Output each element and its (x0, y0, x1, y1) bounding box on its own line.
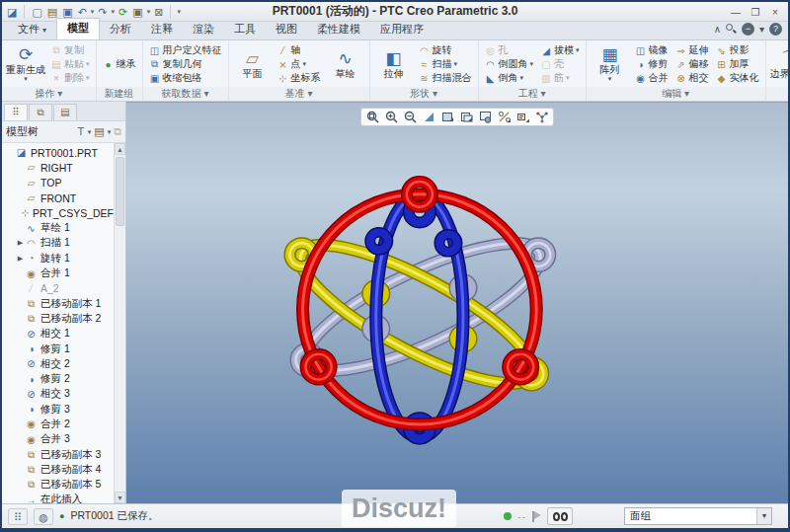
find-binoculars-icon[interactable] (547, 507, 573, 525)
swept-blend-button[interactable]: ≋扫描混合 (417, 71, 474, 85)
revolve-button[interactable]: ◠旋转 (417, 43, 474, 57)
point-button[interactable]: ⨯点▾ (276, 57, 323, 71)
intersect-button[interactable]: ⊗相交 (673, 71, 711, 85)
customize-qat-icon[interactable]: ▾ (177, 8, 181, 16)
tree-item-top-plane[interactable]: ▱TOP (6, 176, 114, 190)
tab-file[interactable]: 文件 ▾ (8, 20, 56, 39)
refit-icon[interactable] (364, 110, 381, 124)
web-browser-icon[interactable]: ◍ (34, 508, 53, 525)
tab-flexible-modeling[interactable]: 柔性建模 (307, 20, 370, 39)
tree-item-moved-copy-3[interactable]: ⧉已移动副本 3 (6, 447, 114, 462)
close-window-icon[interactable]: ⊠ (153, 5, 164, 19)
display-style-icon[interactable] (439, 110, 456, 124)
merge-button[interactable]: ◉合并 (633, 71, 671, 85)
repaint-icon[interactable] (421, 110, 437, 124)
tree-item-merge-2[interactable]: ◉合并 2 (6, 417, 114, 431)
collapse-ribbon-icon[interactable]: ∧ (714, 24, 721, 35)
command-locator-icon[interactable]: − (742, 23, 754, 36)
maximize-button[interactable]: ❐ (747, 5, 764, 19)
redo-dropdown-icon[interactable]: ▾ (112, 8, 116, 16)
tree-item-sweep-1[interactable]: ▶◠扫描 1 (6, 236, 114, 251)
tree-item-trim-2[interactable]: ◑修剪 2 (6, 371, 114, 386)
undo-dropdown-icon[interactable]: ▾ (91, 8, 95, 16)
group-label-shapes[interactable]: 形状 ▾ (370, 87, 478, 101)
tab-model[interactable]: 模型 (56, 18, 100, 39)
chamfer-button[interactable]: ◣倒角▾ (483, 71, 536, 85)
delete-button[interactable]: ×删除▾ (48, 71, 92, 85)
minimize-button[interactable]: — (727, 5, 745, 19)
regenerate-button[interactable]: ⟳ 重新生成 ▾ (6, 42, 45, 86)
thicken-button[interactable]: ⊞加厚 (714, 57, 761, 71)
round-button[interactable]: ◠倒圆角▾ (483, 57, 536, 71)
filter-dropdown-icon[interactable]: ▼ (756, 508, 771, 524)
tree-item-insert-here[interactable]: →在此插入 (6, 493, 114, 503)
selection-filter-dropdown[interactable]: 面组 ▼ (624, 507, 772, 525)
scrollbar-thumb[interactable] (116, 157, 124, 226)
group-label-engineering[interactable]: 工程 ▾ (479, 87, 586, 101)
tree-item-merge-3[interactable]: ◉合并 3 (6, 432, 114, 447)
graphics-viewport[interactable] (126, 102, 788, 503)
toggle-navigator-icon[interactable]: ⠿ (8, 508, 28, 525)
expand-caret-icon[interactable]: ▶ (16, 255, 25, 263)
group-label-datum[interactable]: 基准 ▾ (229, 87, 369, 101)
shell-button[interactable]: ▢壳 (538, 57, 582, 71)
pattern-button[interactable]: ▦ 阵列 ▾ (591, 42, 630, 86)
copy-button[interactable]: ⧉复制 (48, 43, 92, 57)
sweep-button[interactable]: ≈扫描▾ (417, 57, 474, 71)
open-file-icon[interactable]: ▤ (46, 5, 58, 19)
draft-button[interactable]: ◢拔模▾ (538, 43, 582, 57)
plane-button[interactable]: ▱ 平面 (233, 42, 273, 86)
tab-render[interactable]: 渲染 (183, 20, 224, 39)
udf-button[interactable]: ◫用户定义特征 (147, 43, 224, 57)
extrude-button[interactable]: ◧ 拉伸 (374, 42, 414, 86)
shrinkwrap-button[interactable]: ▣收缩包络 (147, 71, 224, 85)
group-label-editing[interactable]: 编辑 ▾ (587, 87, 765, 101)
tree-columns-dropdown-icon[interactable]: ▾ (108, 128, 112, 136)
tree-item-csys[interactable]: ⊹PRT_CSYS_DEF (6, 205, 114, 220)
annotation-display-icon[interactable] (514, 110, 531, 124)
axis-button[interactable]: ⁄轴 (276, 43, 323, 57)
trim-button[interactable]: ◑修剪 (633, 57, 671, 71)
windows-dropdown-icon[interactable]: ▾ (147, 8, 151, 16)
tree-item-intersect-2[interactable]: ⊘相交 2 (6, 356, 114, 371)
tab-analysis[interactable]: 分析 (100, 20, 141, 39)
undo-icon[interactable]: ↶ (77, 5, 88, 19)
mirror-button[interactable]: ◫镜像 (633, 43, 671, 57)
group-label-new-group[interactable]: 新建组 (97, 87, 142, 101)
locator-dropdown-icon[interactable]: ▾ (759, 24, 764, 35)
tab-view[interactable]: 视图 (266, 20, 307, 39)
tree-scrollbar[interactable]: ▲ ▼ (114, 143, 125, 503)
scroll-down-icon[interactable]: ▼ (115, 492, 125, 503)
rib-button[interactable]: ▥筋▾ (538, 71, 582, 85)
view-manager-icon[interactable] (477, 110, 494, 124)
project-button[interactable]: ⇘投影 (714, 43, 761, 57)
group-label-operations[interactable]: 操作 ▾ (2, 87, 96, 101)
group-label-get-data[interactable]: 获取数据 ▾ (143, 87, 228, 101)
paste-button[interactable]: ▤粘贴▾ (48, 57, 92, 71)
tree-item-revolve-1[interactable]: ▶◔旋转 1 (6, 251, 114, 266)
new-file-icon[interactable]: ▢ (31, 5, 42, 19)
offset-button[interactable]: ⇗偏移 (673, 57, 711, 71)
windows-icon[interactable]: ▣ (131, 5, 143, 19)
zoom-out-icon[interactable] (402, 110, 419, 124)
favorites-tab[interactable]: ▤ (53, 104, 77, 120)
3d-model-interlocked-rings[interactable] (126, 103, 788, 503)
tree-item-intersect-1[interactable]: ⊘相交 1 (6, 327, 114, 342)
csys-button[interactable]: ⊹坐标系 (276, 71, 323, 85)
folder-browser-tab[interactable]: ⧉ (29, 104, 52, 120)
inherit-button[interactable]: ●继承 (101, 57, 138, 71)
tree-item-right-plane[interactable]: ▱RIGHT (6, 160, 114, 175)
tree-item-moved-copy-1[interactable]: ⧉已移动副本 1 (6, 296, 114, 311)
saved-orientations-icon[interactable] (458, 110, 475, 124)
tree-item-part[interactable]: ◪PRT0001.PRT (6, 145, 114, 160)
tab-annotate[interactable]: 注释 (141, 20, 183, 39)
flag-icon[interactable] (532, 511, 541, 522)
datum-display-filters-icon[interactable] (496, 110, 513, 124)
hole-button[interactable]: ◎孔 (483, 43, 536, 57)
boundary-blend-button[interactable]: ⌒ 边界混合 (770, 42, 790, 86)
save-icon[interactable]: ▣ (61, 5, 73, 19)
tree-columns-icon[interactable]: ▤ (94, 125, 104, 138)
extend-button[interactable]: ⇒延伸 (673, 43, 711, 57)
tree-filters-icon[interactable]: Ꭲ (78, 125, 85, 138)
tree-item-sketch-1[interactable]: ∿草绘 1 (6, 220, 114, 235)
